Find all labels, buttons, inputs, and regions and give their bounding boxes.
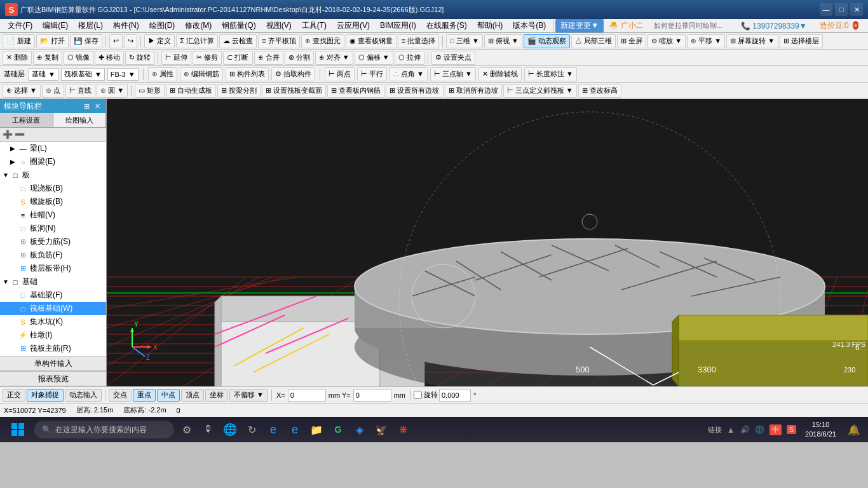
btn-align[interactable]: ⊕ 对齐 ▼ [315,51,353,65]
btn-check-height[interactable]: ⊞ 查改标高 [578,84,621,98]
btn-view-inner-rebar[interactable]: ⊞ 查看板内钢筋 [327,84,384,98]
tab-draw-input[interactable]: 绘图输入 [53,113,107,127]
tree-item-slab-neg-rebar[interactable]: ⊞ 板负筋(F) [0,248,106,262]
btn-coord[interactable]: 坐标 [205,389,228,402]
btn-select[interactable]: ⊕ 选择 ▼ [3,84,41,98]
btn-line[interactable]: ⊢ 直线 [65,84,95,98]
task-icon-app3[interactable]: ❋ [394,421,412,438]
maximize-button[interactable]: □ [835,3,848,16]
btn-find[interactable]: ⊕ 查找图元 [301,34,344,48]
minimize-button[interactable]: — [820,3,832,16]
btn-length-mark[interactable]: ⊢ 长度标注 ▼ [524,67,577,81]
viewport[interactable]: 500 3300 6 230 X Y Z 241.3 FPS [107,99,868,386]
x-input[interactable] [288,389,326,402]
y-input[interactable] [353,389,391,402]
menu-new-change[interactable]: 新建变更▼ [555,19,604,32]
btn-split-beam[interactable]: ⊞ 按梁分割 [217,84,261,98]
btn-merge[interactable]: ⊕ 合并 [254,51,283,65]
btn-topview[interactable]: ⊞ 俯视 ▼ [484,34,522,48]
notification-icon[interactable]: 🔔 [845,421,863,438]
tray-expand[interactable]: ▲ [727,425,735,435]
btn-check-rebar[interactable]: ◉ 查看板钢量 [346,34,397,48]
tray-network[interactable]: 🌐 [755,425,764,434]
panel-float-btn[interactable]: ⊞ [82,102,92,111]
btn-cloud-check[interactable]: ☁ 云检查 [219,34,257,48]
btn-zoom[interactable]: ⊖ 缩放 ▼ [648,34,686,48]
btn-snap[interactable]: 对象捕捉 [27,389,64,402]
btn-del-aux[interactable]: ✕ 删除辅线 [478,67,522,81]
tray-antivirus[interactable]: S [787,425,796,434]
btn-trim[interactable]: ✂ 修剪 [193,51,222,65]
btn-two-point[interactable]: ⊢ 两点 [325,67,355,81]
task-icon-app1[interactable]: ◈ [351,421,369,438]
tray-sound[interactable]: 🔊 [740,425,750,434]
btn-sum[interactable]: Σ 汇总计算 [176,34,218,48]
tab-project-settings[interactable]: 工程设置 [0,113,53,127]
btn-point-draw[interactable]: ⊙ 点 [42,84,64,98]
menu-online[interactable]: 在线服务(S) [421,19,472,32]
menu-coins[interactable]: 造价豆:0 🏮 [815,19,865,32]
btn-no-offset[interactable]: 不偏移 ▼ [229,389,268,402]
btn-align-top[interactable]: ≡ 齐平板顶 [258,34,299,48]
btn-offset[interactable]: ⬡ 偏移 ▼ [355,51,393,65]
btn-single-component[interactable]: 单构件输入 [0,356,106,371]
task-icon-gdlm[interactable]: G [329,421,347,438]
tree-expand-icon[interactable]: ▶ [10,158,18,165]
menu-view[interactable]: 视图(V) [261,19,297,32]
start-button[interactable] [5,418,31,441]
btn-rect[interactable]: ▭ 矩形 [135,84,165,98]
close-button[interactable]: ✕ [850,3,863,16]
tree-item-raft-main-rebar[interactable]: ⊞ 筏板主筋(R) [0,342,106,355]
btn-set-cross-section[interactable]: ⊞ 设置筏板变截面 [262,84,326,98]
menu-guangxiao[interactable]: 🐣 广小二 [604,19,648,32]
menu-tools[interactable]: 工具(T) [297,19,332,32]
tree-item-col-pier[interactable]: ⚡ 柱墩(I) [0,329,106,342]
tree-item-pit[interactable]: S 集水坑(K) [0,315,106,329]
tree-item-slab-group[interactable]: ▼ □ 板 [0,168,106,182]
btn-dynamic-input[interactable]: 动态输入 [65,389,102,402]
menu-version[interactable]: 版本号(B) [508,19,551,32]
btn-pan[interactable]: ⊕ 平移 ▼ [687,34,725,48]
tree-item-found-beam[interactable]: □ 基础梁(F) [0,288,106,302]
menu-component[interactable]: 构件(N) [108,19,144,32]
btn-3pt-slope[interactable]: ⊢ 三点定义斜筏板 ▼ [503,84,577,98]
btn-fullscreen[interactable]: ⊞ 全屏 [617,34,646,48]
btn-mirror[interactable]: ⬡ 镜像 [64,51,93,65]
task-icon-folder[interactable]: 📁 [308,421,325,438]
btn-report[interactable]: 报表预览 [0,371,106,386]
btn-3d[interactable]: □ 三维 ▼ [446,34,483,48]
menu-edit[interactable]: 编辑(E) [37,19,73,32]
btn-point-angle[interactable]: ∴ 点角 ▼ [390,67,428,81]
panel-close-btn[interactable]: ✕ [93,102,102,111]
btn-property[interactable]: ⊕ 属性 [148,67,177,81]
tray-input-method[interactable]: 中 [770,424,782,435]
btn-component-list[interactable]: ⊞ 构件列表 [226,67,269,81]
btn-ortho[interactable]: 正交 [3,389,25,402]
btn-take-component[interactable]: ⚙ 抬取构件 [271,67,315,81]
tree-expand-icon[interactable]: ▶ [10,145,18,152]
menu-phone[interactable]: 📞 13907298339▼ [736,20,812,32]
tree-item-foundation-group[interactable]: ▼ □ 基础 [0,275,106,288]
btn-redo[interactable]: ↪ [124,34,137,48]
menu-cloud[interactable]: 云应用(V) [332,19,375,32]
btn-dynamic-view[interactable]: 🎬 动态观察 [524,34,570,48]
tree-expand-icon[interactable]: ▼ [3,172,10,179]
task-icon-browser1[interactable]: 🌐 [221,421,239,438]
btn-undo[interactable]: ↩ [109,34,123,48]
btn-cancel-all-slope[interactable]: ⊞ 取消所有边坡 [445,84,502,98]
type-dropdown[interactable]: 筏板基础 ▼ [61,68,105,81]
btn-midpoint[interactable]: 重点 [133,389,156,402]
tree-item-cast-slab[interactable]: □ 现浇板(B) [0,182,106,195]
btn-delete[interactable]: ✕ 删除 [3,51,32,65]
btn-set-grip[interactable]: ⚙ 设置夹点 [431,51,475,65]
btn-rotate[interactable]: ↻ 旋转 [125,51,154,65]
tree-expand-foundation-icon[interactable]: ▼ [3,278,10,285]
tree-item-column-cap[interactable]: ≡ 柱帽(V) [0,208,106,222]
btn-circle[interactable]: ⊙ 圆 ▼ [97,84,128,98]
taskbar-search[interactable]: 🔍 在这里输入你要搜索的内容 [34,421,174,438]
btn-divide[interactable]: ⊗ 分割 [285,51,314,65]
task-icon-mic[interactable]: 🎙 [200,421,217,438]
layer-dropdown[interactable]: 基础 ▼ [29,68,58,81]
btn-extend[interactable]: ⊢ 延伸 [161,51,191,65]
menu-bim[interactable]: BIM应用(I) [375,19,421,32]
